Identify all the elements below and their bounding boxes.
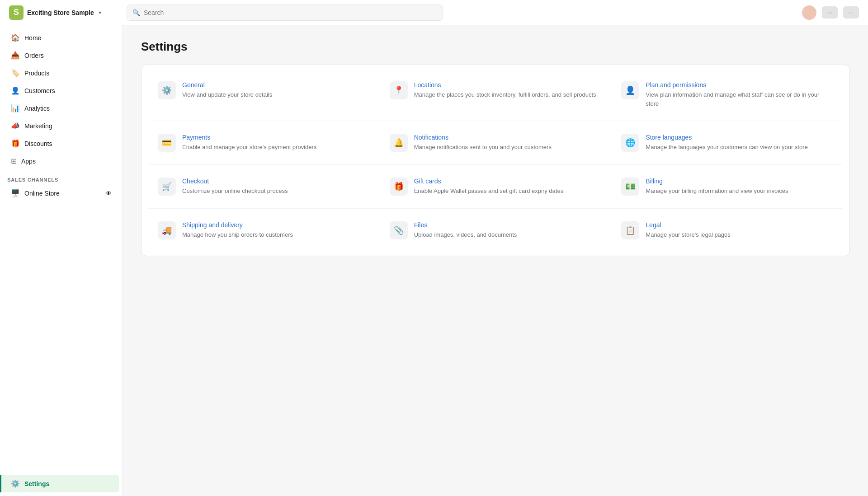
shipping-delivery-icon: 🚚 [158,221,176,239]
notifications-icon: 🔔 [390,134,408,152]
shipping-delivery-title: Shipping and delivery [182,221,293,229]
topbar-btn-2[interactable]: ··· [843,6,859,19]
settings-card: ⚙️ General View and update your store de… [141,65,850,256]
sidebar-label-analytics: Analytics [24,105,50,112]
shipping-delivery-text: Shipping and delivery Manage how you shi… [182,221,293,239]
store-logo[interactable]: S Exciting Store Sample ▾ [9,5,127,20]
store-name: Exciting Store Sample [27,9,94,16]
sidebar-item-apps[interactable]: ⊞Apps [4,152,119,170]
sidebar-label-online-store: Online Store [24,190,60,197]
settings-item-notifications[interactable]: 🔔 Notifications Manage notifications sen… [381,125,611,161]
sidebar-item-settings[interactable]: ⚙️ Settings [0,475,119,492]
general-text: General View and update your store detai… [182,81,272,99]
gift-cards-title: Gift cards [414,178,563,185]
settings-item-billing[interactable]: 💵 Billing Manage your billing informatio… [612,168,842,205]
online-store-eye-icon: 👁 [105,190,112,197]
settings-item-plan-permissions[interactable]: 👤 Plan and permissions View plan informa… [612,72,842,117]
sidebar-item-products[interactable]: 🏷️Products [4,64,119,82]
locations-desc: Manage the places you stock inventory, f… [414,90,596,99]
sidebar-label-marketing: Marketing [24,122,52,130]
settings-item-files[interactable]: 📎 Files Upload images, videos, and docum… [381,212,611,248]
sidebar-settings-label: Settings [24,480,49,487]
billing-title: Billing [646,178,788,185]
legal-desc: Manage your store's legal pages [646,230,730,239]
general-title: General [182,81,272,89]
files-text: Files Upload images, videos, and documen… [414,221,517,239]
store-languages-desc: Manage the languages your customers can … [646,143,807,152]
settings-item-legal[interactable]: 📋 Legal Manage your store's legal pages [612,212,842,248]
billing-desc: Manage your billing information and view… [646,187,788,196]
sidebar-item-online-store[interactable]: 🖥️Online Store👁 [4,184,119,202]
sidebar-item-orders[interactable]: 📥Orders [4,47,119,64]
search-icon: 🔍 [132,9,140,16]
legal-title: Legal [646,221,730,229]
online-store-icon: 🖥️ [11,189,20,197]
payments-title: Payments [182,134,316,141]
search-input[interactable] [144,9,437,16]
gift-cards-icon: 🎁 [390,178,408,196]
gift-cards-desc: Enable Apple Wallet passes and set gift … [414,187,563,196]
sidebar-item-customers[interactable]: 👤Customers [4,82,119,99]
main-content: Settings ⚙️ General View and update your… [123,25,868,496]
notifications-desc: Manage notifications sent to you and you… [414,143,552,152]
analytics-icon: 📊 [11,104,20,112]
payments-text: Payments Enable and manage your store's … [182,134,316,152]
home-icon: 🏠 [11,33,20,42]
sidebar-item-home[interactable]: 🏠Home [4,29,119,47]
discounts-icon: 🎁 [11,139,20,148]
sidebar-label-customers: Customers [24,87,55,94]
sidebar-label-home: Home [24,34,41,42]
topbar-right: ··· ··· [802,5,859,20]
plan-permissions-icon: 👤 [621,81,639,99]
notifications-text: Notifications Manage notifications sent … [414,134,552,152]
sidebar-item-marketing[interactable]: 📣Marketing [4,117,119,135]
gift-cards-text: Gift cards Enable Apple Wallet passes an… [414,178,563,196]
general-desc: View and update your store details [182,90,272,99]
checkout-text: Checkout Customize your online checkout … [182,178,288,196]
payments-desc: Enable and manage your store's payment p… [182,143,316,152]
store-languages-text: Store languages Manage the languages you… [646,134,807,152]
settings-item-locations[interactable]: 📍 Locations Manage the places you stock … [381,72,611,117]
locations-title: Locations [414,81,596,89]
settings-item-payments[interactable]: 💳 Payments Enable and manage your store'… [149,125,379,161]
app-body: 🏠Home📥Orders🏷️Products👤Customers📊Analyti… [0,25,868,496]
settings-item-shipping-delivery[interactable]: 🚚 Shipping and delivery Manage how you s… [149,212,379,248]
billing-icon: 💵 [621,178,639,196]
general-icon: ⚙️ [158,81,176,99]
topbar: S Exciting Store Sample ▾ 🔍 ··· ··· [0,0,868,25]
plan-permissions-title: Plan and permissions [646,81,833,89]
search-bar: 🔍 [127,5,443,21]
settings-icon: ⚙️ [11,479,20,488]
notifications-title: Notifications [414,134,552,141]
settings-item-checkout[interactable]: 🛒 Checkout Customize your online checkou… [149,168,379,205]
customers-icon: 👤 [11,86,20,95]
settings-item-general[interactable]: ⚙️ General View and update your store de… [149,72,379,117]
store-languages-title: Store languages [646,134,807,141]
files-desc: Upload images, videos, and documents [414,230,517,239]
plan-permissions-desc: View plan information and manage what st… [646,90,833,108]
sidebar-item-analytics[interactable]: 📊Analytics [4,99,119,117]
avatar [802,5,816,20]
settings-grid: ⚙️ General View and update your store de… [149,72,842,248]
topbar-btn-1[interactable]: ··· [822,6,838,19]
shopify-icon: S [9,5,24,20]
settings-item-store-languages[interactable]: 🌐 Store languages Manage the languages y… [612,125,842,161]
sales-channels-label: SALES CHANNELS [0,170,123,184]
apps-icon: ⊞ [11,157,17,165]
checkout-desc: Customize your online checkout process [182,187,288,196]
plan-permissions-text: Plan and permissions View plan informati… [646,81,833,108]
settings-row-divider [149,121,842,121]
payments-icon: 💳 [158,134,176,152]
checkout-title: Checkout [182,178,288,185]
files-icon: 📎 [390,221,408,239]
sidebar-label-discounts: Discounts [24,140,52,147]
marketing-icon: 📣 [11,122,20,130]
products-icon: 🏷️ [11,69,20,77]
shipping-delivery-desc: Manage how you ship orders to customers [182,230,293,239]
sidebar-label-apps: Apps [21,158,36,165]
store-dropdown-icon: ▾ [99,9,101,16]
sidebar-item-discounts[interactable]: 🎁Discounts [4,135,119,152]
billing-text: Billing Manage your billing information … [646,178,788,196]
settings-item-gift-cards[interactable]: 🎁 Gift cards Enable Apple Wallet passes … [381,168,611,205]
legal-icon: 📋 [621,221,639,239]
